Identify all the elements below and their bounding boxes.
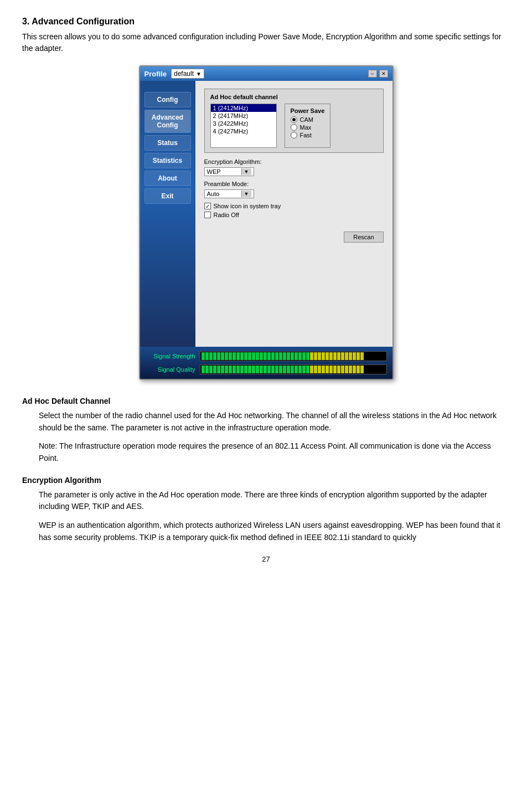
bar-seg bbox=[318, 366, 321, 373]
bar-seg bbox=[202, 352, 205, 360]
page-number: 27 bbox=[22, 555, 510, 563]
adhoc-power-section: Ad Hoc default channel 1 (2412MHz) 2 (24… bbox=[204, 89, 384, 153]
bar-seg bbox=[240, 352, 244, 360]
encryption-dropdown-arrow[interactable]: ▼ bbox=[241, 168, 251, 175]
adhoc-label: Ad Hoc default channel bbox=[210, 94, 378, 100]
radio-max[interactable]: Max bbox=[291, 124, 325, 131]
bar-seg bbox=[360, 366, 364, 373]
sidebar-item-advanced-config[interactable]: Advanced Config bbox=[144, 110, 191, 133]
power-save-title: Power Save bbox=[291, 107, 325, 114]
preamble-section: Preamble Mode: Auto ▼ bbox=[204, 181, 384, 198]
bar-seg bbox=[353, 366, 356, 373]
radio-fast[interactable]: Fast bbox=[291, 132, 325, 138]
encryption-value: WEP bbox=[207, 168, 221, 175]
checkbox-show-icon[interactable]: ✓ Show icon in system tray bbox=[204, 203, 384, 209]
radio-fast-dot bbox=[291, 132, 297, 138]
bar-seg bbox=[240, 366, 244, 373]
encryption-doc-para-1: The parameter is only active in the Ad H… bbox=[39, 489, 510, 513]
adhoc-row: 1 (2412MHz) 2 (2417MHz) 3 (2422MHz) 4 (2… bbox=[210, 104, 378, 148]
intro-paragraph: This screen allows you to do some advanc… bbox=[22, 31, 510, 54]
bar-seg bbox=[337, 366, 340, 373]
bar-seg bbox=[337, 352, 340, 360]
bar-seg bbox=[279, 366, 282, 373]
bar-seg bbox=[326, 352, 329, 360]
bar-seg bbox=[360, 352, 364, 360]
bar-seg bbox=[302, 366, 306, 373]
checkbox-show-icon-box[interactable]: ✓ bbox=[204, 203, 211, 209]
bar-seg bbox=[260, 352, 263, 360]
bar-seg bbox=[225, 366, 228, 373]
bar-seg bbox=[322, 352, 325, 360]
bar-seg bbox=[295, 352, 298, 360]
preamble-dropdown-arrow[interactable]: ▼ bbox=[241, 191, 251, 197]
bar-seg bbox=[322, 366, 325, 373]
profile-dropdown[interactable]: default ▼ bbox=[171, 69, 204, 79]
radio-cam[interactable]: CAM bbox=[291, 116, 325, 123]
bar-seg bbox=[283, 366, 286, 373]
bar-seg bbox=[256, 366, 259, 373]
dropdown-arrow-icon: ▼ bbox=[196, 71, 202, 77]
signal-strength-row: Signal Strength bbox=[146, 351, 387, 361]
checkbox-radio-off-box[interactable] bbox=[204, 212, 211, 218]
sidebar: Config Advanced Config Status Statistics… bbox=[140, 81, 195, 347]
radio-max-dot bbox=[291, 124, 297, 131]
bar-seg bbox=[229, 366, 232, 373]
bar-seg bbox=[357, 352, 360, 360]
bar-seg bbox=[306, 366, 309, 373]
rescan-wrapper: Rescan bbox=[204, 227, 384, 243]
bar-seg bbox=[229, 352, 232, 360]
sidebar-item-statistics[interactable]: Statistics bbox=[144, 153, 191, 168]
bar-seg bbox=[310, 352, 313, 360]
bar-seg bbox=[205, 366, 209, 373]
bar-seg bbox=[271, 366, 275, 373]
radio-max-label: Max bbox=[300, 124, 312, 131]
sidebar-item-config[interactable]: Config bbox=[144, 92, 191, 107]
bar-seg bbox=[306, 352, 309, 360]
sidebar-item-about[interactable]: About bbox=[144, 171, 191, 186]
bar-seg bbox=[267, 366, 271, 373]
title-bar-label: Profile bbox=[144, 70, 167, 78]
bar-seg bbox=[302, 352, 306, 360]
signal-quality-label: Signal Quality bbox=[146, 366, 195, 373]
encryption-doc-section: Encryption Algorithm The parameter is on… bbox=[22, 476, 510, 544]
encryption-section: Encryption Algorithm: WEP ▼ bbox=[204, 158, 384, 176]
encryption-doc-para-2: WEP is an authentication algorithm, whic… bbox=[39, 520, 510, 543]
bar-seg bbox=[341, 352, 344, 360]
preamble-dropdown[interactable]: Auto ▼ bbox=[204, 189, 254, 198]
bar-seg bbox=[221, 352, 224, 360]
checkbox-radio-off[interactable]: Radio Off bbox=[204, 212, 384, 218]
bar-seg bbox=[291, 366, 294, 373]
bar-seg bbox=[217, 366, 220, 373]
bar-seg bbox=[271, 352, 275, 360]
close-button[interactable]: ✕ bbox=[379, 70, 388, 78]
signal-quality-fill bbox=[202, 366, 364, 373]
encryption-dropdown[interactable]: WEP ▼ bbox=[204, 167, 254, 176]
channel-item-2[interactable]: 2 (2417MHz) bbox=[211, 112, 276, 120]
sidebar-item-status[interactable]: Status bbox=[144, 135, 191, 151]
channel-item-4[interactable]: 4 (2427MHz) bbox=[211, 127, 276, 135]
minimize-button[interactable]: – bbox=[368, 70, 377, 78]
power-save-box: Power Save CAM Max Fast bbox=[285, 104, 331, 148]
bar-seg bbox=[267, 352, 271, 360]
bar-seg bbox=[349, 366, 352, 373]
rescan-button[interactable]: Rescan bbox=[344, 232, 383, 243]
signal-section: Signal Strength bbox=[140, 347, 392, 379]
signal-strength-label: Signal Strength bbox=[146, 353, 195, 359]
sidebar-item-exit[interactable]: Exit bbox=[144, 188, 191, 204]
bar-seg bbox=[341, 366, 344, 373]
main-panel: Ad Hoc default channel 1 (2412MHz) 2 (24… bbox=[195, 81, 392, 347]
bar-seg bbox=[333, 366, 337, 373]
bar-seg bbox=[236, 352, 240, 360]
radio-fast-label: Fast bbox=[300, 132, 312, 138]
encryption-doc-heading: Encryption Algorithm bbox=[22, 476, 510, 485]
bar-seg bbox=[345, 352, 348, 360]
page-heading: 3. Advanced Configuration bbox=[22, 17, 510, 27]
bar-seg bbox=[217, 352, 220, 360]
channel-item-3[interactable]: 3 (2422MHz) bbox=[211, 120, 276, 127]
channel-list-wrapper: 1 (2412MHz) 2 (2417MHz) 3 (2422MHz) 4 (2… bbox=[210, 104, 277, 148]
bar-seg bbox=[298, 352, 302, 360]
channel-item-1[interactable]: 1 (2412MHz) bbox=[211, 104, 276, 112]
screenshot-container: Profile default ▼ – ✕ Config Advanced Co… bbox=[22, 65, 510, 380]
bar-seg bbox=[275, 352, 278, 360]
channel-list[interactable]: 1 (2412MHz) 2 (2417MHz) 3 (2422MHz) 4 (2… bbox=[210, 104, 277, 148]
